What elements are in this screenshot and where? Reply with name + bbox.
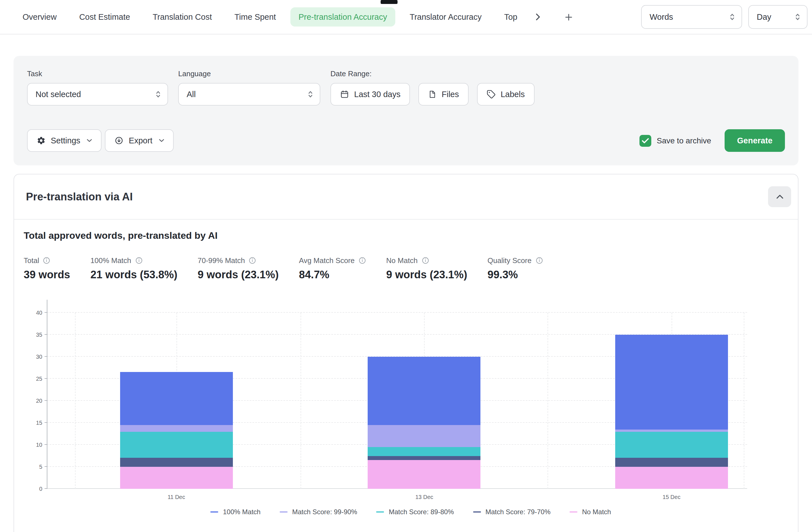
bar-segment-match-score-99-90[interactable]	[368, 425, 481, 447]
settings-button-label: Settings	[51, 136, 81, 145]
files-button[interactable]: Files	[418, 83, 468, 106]
legend-item-match-score-79-70[interactable]: Match Score: 79-70%	[473, 508, 551, 516]
legend-item-no-match[interactable]: No Match	[570, 508, 611, 516]
y-tick	[45, 400, 47, 401]
bar-segment-100-match[interactable]	[615, 335, 728, 429]
bar-segment-no-match[interactable]	[368, 460, 481, 489]
y-tick-label: 30	[36, 354, 42, 360]
settings-button[interactable]: Settings	[27, 129, 102, 152]
gear-icon	[37, 136, 46, 145]
stat-label: Quality Score	[488, 256, 532, 265]
save-to-archive-checkbox[interactable]	[639, 135, 651, 146]
bar-segment-match-score-79-70[interactable]	[615, 458, 728, 467]
card-title: Pre-translation via AI	[26, 191, 133, 203]
legend-item-100-match[interactable]: 100% Match	[211, 508, 261, 516]
info-circle-icon[interactable]	[359, 257, 366, 264]
gridline-v	[548, 313, 548, 489]
chevron-right-icon	[536, 14, 540, 20]
date-range-value: Last 30 days	[354, 90, 400, 99]
task-label: Task	[27, 69, 168, 78]
stat-label: No Match	[386, 256, 418, 265]
legend-label: No Match	[582, 508, 611, 516]
y-tick-label: 15	[36, 420, 42, 426]
stat-value: 99.3%	[488, 269, 543, 281]
tab-cost-estimate[interactable]: Cost Estimate	[71, 7, 138, 27]
tab-pre-translation-accuracy[interactable]: Pre-translation Accuracy	[291, 7, 395, 27]
gridline-v	[75, 313, 75, 489]
tab-translator-accuracy[interactable]: Translator Accuracy	[402, 7, 490, 27]
x-axis-label: 15 Dec	[663, 494, 680, 500]
gridline-h	[47, 312, 747, 313]
y-tick	[45, 356, 47, 357]
legend-item-match-score-99-90[interactable]: Match Score: 99-90%	[280, 508, 357, 516]
legend-item-match-score-89-80[interactable]: Match Score: 89-80%	[376, 508, 454, 516]
date-range-buttons: Last 30 days Files Labels	[331, 83, 534, 106]
y-tick	[45, 444, 47, 445]
y-tick-label: 0	[39, 486, 42, 492]
date-range-button[interactable]: Last 30 days	[331, 83, 410, 106]
tab-time-spent[interactable]: Time Spent	[227, 7, 284, 27]
y-tick-label: 35	[36, 332, 42, 338]
bar-13-dec[interactable]	[368, 357, 481, 489]
bar-segment-match-score-99-90[interactable]	[120, 425, 233, 432]
legend-marker	[211, 512, 218, 513]
updown-chevrons-icon	[730, 13, 735, 21]
tab-translation-cost[interactable]: Translation Cost	[145, 7, 220, 27]
bar-segment-match-score-89-80[interactable]	[368, 447, 481, 456]
chevron-up-icon	[776, 195, 783, 199]
bar-segment-match-score-79-70[interactable]	[368, 456, 481, 460]
tab-top[interactable]: Top	[496, 7, 525, 27]
add-report-button[interactable]	[561, 10, 576, 24]
gridline-v	[744, 313, 744, 489]
bar-segment-100-match[interactable]	[120, 372, 233, 425]
period-select[interactable]: Day	[748, 5, 808, 29]
actions-right: Save to archive Generate	[639, 129, 785, 152]
bar-segment-match-score-79-70[interactable]	[120, 458, 233, 467]
updown-chevrons-icon	[795, 13, 800, 21]
language-field: Language All	[178, 69, 320, 106]
labels-button[interactable]: Labels	[477, 83, 534, 106]
export-button[interactable]: Export	[105, 129, 174, 152]
save-to-archive-toggle[interactable]: Save to archive	[639, 135, 711, 146]
info-circle-icon[interactable]	[535, 257, 543, 264]
check-icon	[641, 138, 649, 144]
info-circle-icon[interactable]	[421, 257, 429, 264]
y-axis	[47, 300, 47, 489]
stat-label: 100% Match	[90, 256, 131, 265]
info-circle-icon[interactable]	[43, 257, 50, 264]
y-tick	[45, 312, 47, 313]
x-axis-label: 11 Dec	[168, 494, 185, 500]
reports-page: OverviewCost EstimateTranslation CostTim…	[0, 0, 812, 532]
bar-segment-match-score-89-80[interactable]	[615, 432, 728, 458]
language-label: Language	[178, 69, 320, 78]
tab-overview[interactable]: Overview	[15, 7, 64, 27]
unit-select[interactable]: Words	[641, 5, 742, 29]
files-button-label: Files	[441, 90, 459, 99]
bar-segment-no-match[interactable]	[615, 467, 728, 489]
bar-11-dec[interactable]	[120, 372, 233, 489]
task-select[interactable]: Not selected	[27, 83, 168, 106]
language-select[interactable]: All	[178, 83, 320, 106]
bar-segment-match-score-89-80[interactable]	[120, 432, 233, 458]
tabs-overflow-button[interactable]	[531, 10, 546, 24]
legend-marker	[570, 512, 578, 513]
stat-70-99-match: 70-99% Match9 words (23.1%)	[198, 256, 278, 281]
y-tick	[45, 378, 47, 379]
collapse-card-button[interactable]	[768, 186, 791, 207]
legend-label: Match Score: 79-70%	[485, 508, 551, 516]
language-select-value: All	[187, 90, 196, 99]
info-circle-icon[interactable]	[249, 257, 256, 264]
y-tick	[45, 466, 47, 467]
bar-segment-match-score-99-90[interactable]	[615, 429, 728, 432]
bar-segment-100-match[interactable]	[368, 357, 481, 425]
pre-translation-card: Pre-translation via AI Total approved wo…	[14, 174, 798, 532]
bar-15-dec[interactable]	[615, 335, 728, 489]
stat-avg-match-score: Avg Match Score84.7%	[299, 256, 366, 281]
generate-button[interactable]: Generate	[725, 129, 785, 152]
y-tick-label: 10	[36, 442, 42, 448]
chevron-down-icon	[159, 139, 164, 142]
calendar-icon	[340, 90, 349, 99]
info-circle-icon[interactable]	[135, 257, 142, 264]
stat-label: Avg Match Score	[299, 256, 355, 265]
bar-segment-no-match[interactable]	[120, 467, 233, 489]
